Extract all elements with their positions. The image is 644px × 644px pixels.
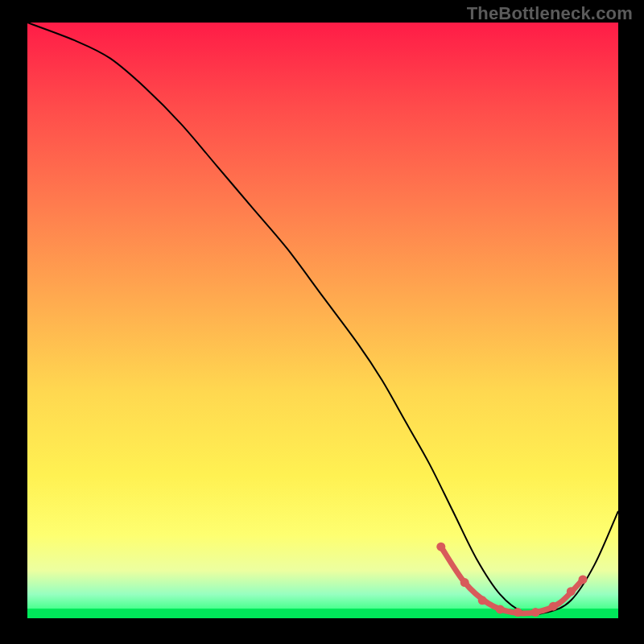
highlight-dot: [579, 575, 588, 584]
highlight-dot: [496, 605, 505, 613]
highlight-dot: [436, 543, 445, 551]
highlight-dot: [478, 596, 487, 605]
highlight-dot: [549, 602, 558, 611]
highlight-dot: [531, 608, 540, 617]
chart-plot-area: [27, 23, 618, 618]
highlight-dot: [514, 608, 522, 617]
chart-svg: [27, 23, 618, 618]
highlight-dot: [460, 578, 469, 587]
curve-line: [27, 23, 618, 614]
highlight-dot: [567, 587, 576, 596]
watermark-text: TheBottleneck.com: [467, 3, 633, 24]
